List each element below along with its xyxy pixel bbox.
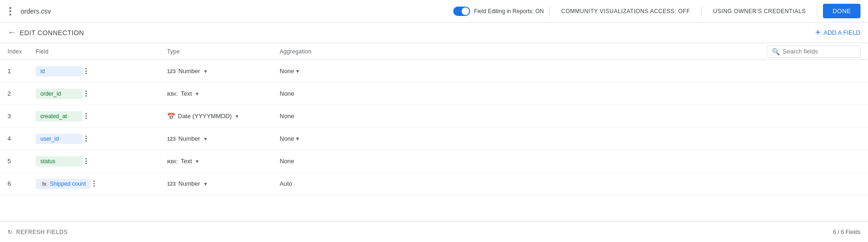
add-field-button[interactable]: + ADD A FIELD (815, 27, 860, 38)
row-more-icon[interactable] (85, 68, 87, 74)
table-body: 1id123Number▾None▾2order_idRBCText▾None3… (0, 60, 868, 195)
type-label: Text (181, 158, 192, 165)
search-icon: 🔍 (772, 48, 780, 55)
type-cell: 123Number▾ (167, 135, 280, 143)
aggregation-cell: None▾ (280, 68, 373, 75)
row-more-icon[interactable] (85, 158, 87, 164)
edit-connection-title: EDIT CONNECTION (20, 29, 84, 37)
type-label: Number (178, 135, 200, 142)
type-dropdown[interactable]: ▾ (195, 90, 199, 98)
col-index: Index (8, 48, 36, 55)
more-options-icon[interactable] (8, 5, 13, 17)
type-icon: 📅 (167, 113, 175, 120)
search-box: 🔍 (767, 45, 860, 58)
type-icon: RBC (167, 91, 178, 97)
aggregation-cell: None (280, 158, 373, 165)
field-editing-toggle[interactable] (453, 7, 470, 16)
field-tag[interactable]: fx Shipped count (36, 179, 91, 189)
type-label: Number (178, 68, 200, 75)
row-index: 3 (8, 113, 36, 120)
aggregation-cell: Auto (280, 180, 373, 187)
type-cell: 123Number▾ (167, 180, 280, 188)
field-tag[interactable]: user_id (36, 134, 83, 144)
type-dropdown[interactable]: ▾ (203, 135, 208, 143)
row-more-icon[interactable] (85, 113, 87, 119)
field-cell: fx Shipped count (36, 179, 167, 189)
field-editing-toggle-group: Field Editing in Reports: ON (453, 7, 544, 16)
plus-icon: + (815, 27, 821, 38)
table-row: 3created_at📅Date (YYYYMMDD)▾None (0, 105, 868, 128)
table-row: 4user_id123Number▾None▾ (0, 128, 868, 150)
type-cell: RBCText▾ (167, 157, 280, 166)
table-row: 1id123Number▾None▾ (0, 60, 868, 83)
field-tag[interactable]: created_at (36, 111, 83, 121)
type-dropdown[interactable]: ▾ (203, 67, 208, 76)
type-icon: 123 (167, 68, 175, 74)
col-type: Type (167, 48, 280, 55)
aggregation-value: None (280, 113, 294, 120)
row-index: 2 (8, 90, 36, 97)
type-label: Number (178, 180, 200, 187)
type-icon: 123 (167, 136, 175, 142)
table-row: 2order_idRBCText▾None (0, 83, 868, 105)
table-row: 5statusRBCText▾None (0, 150, 868, 173)
col-field: Field (36, 48, 167, 55)
credentials-button[interactable]: USING OWNER'S CREDENTIALS (708, 5, 811, 17)
field-cell: id (36, 66, 167, 76)
edit-connection-bar: ← EDIT CONNECTION + ADD A FIELD (0, 23, 868, 43)
field-cell: user_id (36, 134, 167, 144)
type-cell: RBCText▾ (167, 90, 280, 98)
top-bar: orders.csv Field Editing in Reports: ON … (0, 0, 868, 23)
col-aggregation: Aggregation (280, 48, 373, 55)
type-dropdown[interactable]: ▾ (235, 112, 239, 121)
aggregation-value: None (280, 158, 294, 165)
aggregation-cell: None (280, 90, 373, 97)
divider-3 (817, 6, 817, 17)
aggregation-cell: None▾ (280, 135, 373, 142)
fx-badge: fx (40, 181, 48, 187)
field-tag[interactable]: id (36, 66, 83, 76)
row-index: 5 (8, 158, 36, 165)
row-index: 1 (8, 68, 36, 75)
field-cell: order_id (36, 89, 167, 99)
row-more-icon[interactable] (85, 91, 87, 97)
back-arrow-icon[interactable]: ← (8, 28, 16, 38)
aggregation-value: None (280, 68, 294, 75)
add-field-label: ADD A FIELD (823, 29, 860, 36)
aggregation-value: None (280, 90, 294, 97)
divider-1 (549, 6, 550, 17)
file-title: orders.csv (21, 8, 51, 15)
type-dropdown[interactable]: ▾ (195, 157, 199, 166)
search-input[interactable] (783, 48, 855, 55)
type-label: Date (YYYYMMDD) (178, 113, 232, 120)
aggregation-cell: None (280, 113, 373, 120)
edit-bar-left: ← EDIT CONNECTION (8, 28, 84, 38)
type-dropdown[interactable]: ▾ (203, 180, 208, 188)
aggregation-dropdown[interactable]: ▾ (296, 68, 299, 75)
type-icon: 123 (167, 181, 175, 187)
type-icon: RBC (167, 159, 178, 164)
community-visualizations-button[interactable]: COMMUNITY VISUALIZATIONS ACCESS: OFF (556, 5, 696, 17)
top-bar-left: orders.csv (8, 5, 51, 17)
field-tag[interactable]: status (36, 156, 83, 166)
field-cell: status (36, 156, 167, 166)
aggregation-value: Auto (280, 180, 292, 187)
type-cell: 123Number▾ (167, 67, 280, 76)
row-more-icon[interactable] (85, 136, 87, 142)
type-cell: 📅Date (YYYYMMDD)▾ (167, 112, 280, 121)
row-index: 4 (8, 135, 36, 142)
table-header: Index Field Type Aggregation 🔍 (0, 43, 868, 60)
field-cell: created_at (36, 111, 167, 121)
table-row: 6fx Shipped count123Number▾Auto (0, 173, 868, 195)
row-index: 6 (8, 180, 36, 187)
aggregation-value: None (280, 135, 294, 142)
field-tag[interactable]: order_id (36, 89, 83, 99)
type-label: Text (181, 90, 192, 97)
field-editing-label: Field Editing in Reports: ON (474, 8, 544, 15)
row-more-icon[interactable] (93, 181, 95, 187)
aggregation-dropdown[interactable]: ▾ (296, 135, 299, 142)
divider-2 (701, 6, 702, 17)
done-button[interactable]: DONE (823, 4, 860, 18)
search-col: 🔍 (373, 45, 860, 58)
top-bar-right: Field Editing in Reports: ON COMMUNITY V… (453, 4, 860, 18)
